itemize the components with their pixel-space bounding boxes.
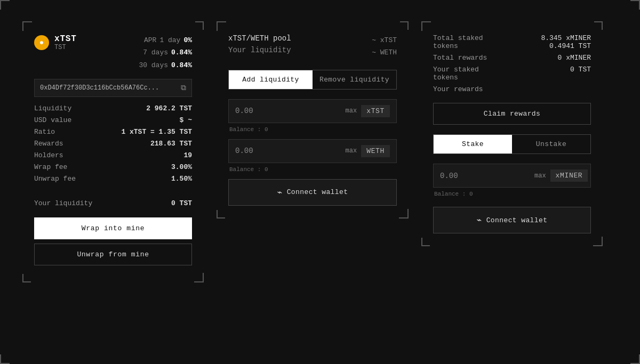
address-text: 0xD4Df72f30D3c116bCcb56A76Cc...: [40, 84, 159, 92]
pool-amounts: ~ xTST ~ WETH: [372, 34, 397, 59]
input-xtst-group: max xTST: [228, 99, 397, 123]
apr-label: APR: [144, 34, 156, 46]
connect-wallet-button-staking[interactable]: ⌁ Connect wallet: [433, 207, 591, 233]
panel2-corner-bl: [217, 210, 225, 219]
apr-1day-label: 1 day: [159, 34, 180, 46]
xtst-input[interactable]: [235, 107, 341, 115]
apr-7days-label: 7 days: [143, 46, 168, 59]
stat-ratio: Ratio 1 xTST = 1.35 TST: [34, 128, 192, 136]
weth-token-label: WETH: [361, 145, 390, 157]
token-name: xTST: [54, 34, 133, 44]
connect-wallet-button-liquidity[interactable]: ⌁ Connect wallet: [228, 179, 397, 206]
stat-unwrap-fee: Unwrap fee 1.50%: [34, 175, 192, 183]
panel2-corner-tr: [400, 21, 409, 30]
stat-liquidity: Liquidity 2 962.2 TST: [34, 104, 192, 112]
input-xminer-group: max xMINER: [433, 164, 591, 188]
unwrap-button[interactable]: Unwrap from mine: [34, 244, 192, 265]
input-weth-group: max WETH: [228, 139, 397, 163]
xtst-max-btn[interactable]: max: [346, 107, 357, 115]
stat-your-staked-tokens: Your stakedtokens 0 TST: [433, 66, 591, 82]
page-corner-bl: [0, 354, 10, 364]
connect-link-icon: ⌁: [277, 187, 283, 198]
copy-icon[interactable]: ⧉: [181, 84, 186, 92]
xminer-input[interactable]: [440, 172, 530, 180]
panel1-corner-tr: [195, 21, 204, 30]
xminer-token-label: xMINER: [550, 169, 588, 182]
page-corner-tl: [0, 0, 10, 10]
apr-30days-value: 0.84%: [171, 59, 192, 71]
stats-list: Liquidity 2 962.2 TST USD value $ ~ Rati…: [34, 104, 192, 183]
stat-wrap-fee: Wrap fee 3.00%: [34, 163, 192, 171]
weth-input[interactable]: [235, 147, 341, 155]
stat-total-staked: Total stakedtokens 8.345 xMINER0.4941 TS…: [433, 34, 591, 50]
stake-tabs: Stake Unstake: [433, 134, 591, 154]
apr-1day-value: 0%: [183, 34, 192, 46]
staking-panel: Total stakedtokens 8.345 xMINER0.4941 TS…: [421, 21, 603, 246]
weth-balance-label: Balance : 0: [228, 166, 397, 173]
pool-info: xTST/WETH pool Your liquidity: [228, 34, 291, 54]
stat-total-rewards: Total rewards 0 xMINER: [433, 54, 591, 62]
xtst-balance-label: Balance : 0: [228, 126, 397, 133]
connect-wallet-label-liquidity: Connect wallet: [287, 188, 348, 196]
stat-your-rewards: Your rewards: [433, 85, 591, 93]
claim-rewards-button[interactable]: Claim rewards: [433, 103, 591, 125]
apr-7days-value: 0.84%: [171, 46, 192, 59]
your-liquidity-label: Your liquidity: [228, 46, 291, 54]
apr-group: APR 1 day 0% 7 days 0.84% 30 days 0.84%: [139, 34, 192, 71]
token-sub: TST: [54, 44, 133, 51]
stat-holders: Holders 19: [34, 151, 192, 159]
stat-rewards: Rewards 218.63 TST: [34, 140, 192, 148]
panel1-corner-bl: [22, 274, 31, 282]
pool-title: xTST/WETH pool: [228, 34, 291, 43]
page-corner-br: [630, 354, 640, 364]
tab-unstake[interactable]: Unstake: [512, 135, 590, 153]
tab-add-liquidity[interactable]: Add liquidity: [229, 70, 313, 89]
connect-wallet-label-staking: Connect wallet: [486, 216, 548, 224]
xtst-token-label: xTST: [361, 105, 390, 117]
staking-stats: Total stakedtokens 8.345 xMINER0.4941 TS…: [433, 34, 591, 93]
liquidity-tabs: Add liquidity Remove liquidity: [228, 70, 397, 90]
tab-remove-liquidity[interactable]: Remove liquidity: [313, 70, 396, 89]
liquidity-panel: xTST/WETH pool Your liquidity ~ xTST ~ W…: [217, 21, 409, 219]
weth-max-btn[interactable]: max: [346, 147, 357, 155]
wrap-button[interactable]: Wrap into mine: [34, 217, 192, 239]
apr-30days-label: 30 days: [139, 59, 168, 71]
stat-your-liquidity: Your liquidity 0 TST: [34, 199, 192, 207]
token-header: ● xTST TST APR 1 day 0% 7 days 0.84% 30 …: [34, 34, 192, 71]
connect-link-icon-staking: ⌁: [477, 215, 482, 225]
pool-weth-amount: ~ WETH: [372, 46, 397, 59]
token-name-group: xTST TST: [54, 34, 133, 51]
page-corner-tr: [630, 0, 640, 10]
panel3-corner-tr: [594, 21, 603, 30]
panel3-corner-bl: [421, 238, 430, 246]
stat-usd-value: USD value $ ~: [34, 116, 192, 124]
address-box: 0xD4Df72f30D3c116bCcb56A76Cc... ⧉: [34, 79, 192, 97]
tab-stake[interactable]: Stake: [434, 135, 512, 153]
xminer-max-btn[interactable]: max: [534, 172, 546, 180]
pool-header: xTST/WETH pool Your liquidity ~ xTST ~ W…: [228, 34, 397, 59]
pool-xtst-amount: ~ xTST: [372, 34, 397, 46]
token-icon: ●: [34, 35, 49, 50]
xtst-panel: ● xTST TST APR 1 day 0% 7 days 0.84% 30 …: [22, 21, 204, 282]
xminer-balance-label: Balance : 0: [433, 191, 591, 197]
